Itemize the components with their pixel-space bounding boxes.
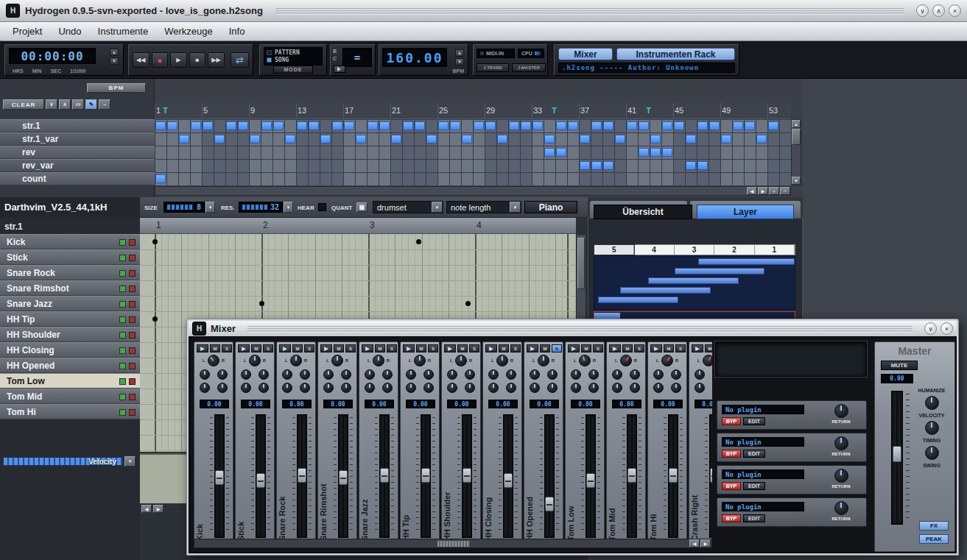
fx-bypass-button[interactable]: BYP: [722, 417, 741, 425]
song-pattern-cell[interactable]: [297, 121, 307, 130]
layer-bar[interactable]: [598, 297, 678, 303]
instrument-solo-led[interactable]: [129, 255, 136, 261]
strip-fader-handle[interactable]: [504, 473, 513, 488]
timeline-bpm-button[interactable]: BPM: [87, 83, 146, 93]
note-dot[interactable]: [465, 301, 471, 306]
instrument-mute-led[interactable]: [119, 286, 126, 292]
strip-solo-button[interactable]: S: [634, 344, 644, 352]
fx-edit-button[interactable]: EDIT: [743, 482, 765, 490]
song-mode-row[interactable]: SONG: [267, 57, 320, 63]
instrument-mute-led[interactable]: [119, 239, 126, 246]
fx-send-knob-1[interactable]: [406, 369, 416, 380]
instrument-mute-led[interactable]: [119, 332, 126, 339]
instrument-mute-led[interactable]: [119, 409, 126, 416]
strip-fader-handle[interactable]: [339, 470, 348, 485]
fx-send-knob-3[interactable]: [695, 383, 705, 393]
song-pattern-cell[interactable]: [167, 121, 177, 130]
strip-fader[interactable]: [338, 414, 348, 538]
strip-mute-button[interactable]: M: [416, 344, 426, 352]
instrument-solo-led[interactable]: [129, 347, 136, 354]
strip-fader[interactable]: [586, 414, 596, 538]
note-dot[interactable]: [259, 301, 264, 306]
jack-transport-button[interactable]: J.TRANS: [477, 63, 509, 72]
strip-mute-button[interactable]: M: [375, 344, 385, 352]
timeline-tick-label[interactable]: 1: [156, 106, 161, 115]
instrument-solo-led[interactable]: [129, 378, 136, 385]
main-titlebar[interactable]: H Hydrogen 0.9.5-svn-exported - love_is_…: [0, 0, 967, 22]
maximize-window-button[interactable]: ∧: [932, 4, 945, 17]
song-pattern-cell[interactable]: [686, 135, 696, 143]
strip-fader[interactable]: [214, 414, 225, 538]
song-pattern-cell[interactable]: [155, 121, 166, 130]
fx-send-knob-3[interactable]: [447, 383, 457, 393]
song-pattern-cell[interactable]: [591, 121, 602, 130]
shade-window-button[interactable]: ∨: [916, 4, 929, 17]
layer-velocity-area[interactable]: [594, 255, 795, 310]
strip-play-button[interactable]: ▶: [444, 344, 456, 352]
song-tool-button-0[interactable]: ∨: [46, 99, 57, 110]
strip-solo-button[interactable]: S: [387, 344, 397, 352]
menu-item-instrumente[interactable]: Instrumente: [90, 22, 157, 40]
pattern-mode-row[interactable]: PATTERN: [267, 49, 320, 56]
velocity-ruler[interactable]: Velocity: [3, 457, 123, 466]
strip-fader-handle[interactable]: [215, 470, 224, 485]
pan-knob[interactable]: [208, 355, 219, 366]
fx-send-knob-1[interactable]: [282, 369, 292, 380]
pan-knob[interactable]: [414, 355, 426, 366]
play-button[interactable]: ▶: [170, 52, 187, 68]
timeline-tick-label[interactable]: 21: [392, 106, 401, 115]
instrument-mute-led[interactable]: [119, 301, 126, 308]
fx-send-knob-2[interactable]: [423, 369, 434, 380]
pan-knob[interactable]: [249, 355, 261, 366]
strip-play-button[interactable]: ▶: [238, 344, 250, 352]
strip-play-button[interactable]: ▶: [403, 344, 415, 352]
fx-send-knob-3[interactable]: [200, 383, 210, 393]
song-pattern-cell[interactable]: [485, 121, 496, 130]
instrument-row-tom-hi[interactable]: Tom Hi: [0, 404, 140, 419]
fx-send-knob-3[interactable]: [530, 383, 540, 393]
fx-send-knob-1[interactable]: [571, 369, 581, 380]
song-pattern-cell[interactable]: [250, 135, 260, 143]
mixer-scroll-left-icon[interactable]: ◀: [689, 539, 700, 547]
song-pattern-cell[interactable]: [721, 135, 731, 143]
strip-fader-handle[interactable]: [421, 468, 430, 483]
layer-bar[interactable]: [620, 287, 710, 294]
strip-fader[interactable]: [462, 414, 472, 538]
fx-send-knob-3[interactable]: [241, 383, 251, 393]
strip-solo-button[interactable]: S: [263, 344, 273, 352]
pattern-beat-ruler[interactable]: 1234: [140, 218, 576, 234]
instrument-solo-led[interactable]: [129, 409, 136, 416]
menu-item-projekt[interactable]: Projekt: [4, 22, 50, 40]
instrument-rack-button[interactable]: Instrumenten Rack: [616, 48, 735, 60]
strip-fader-handle[interactable]: [463, 468, 471, 483]
velocity-dropdown-icon[interactable]: ▼: [124, 456, 136, 467]
song-pattern-cell[interactable]: [650, 148, 661, 157]
fx-send-knob-1[interactable]: [695, 369, 705, 380]
strip-solo-button[interactable]: S: [552, 344, 562, 352]
song-pattern-grid[interactable]: [155, 119, 791, 185]
fx-send-knob-2[interactable]: [300, 369, 310, 380]
mixer-horizontal-scrollbar[interactable]: ◀ ▶: [194, 539, 712, 548]
fx-name-display[interactable]: No plugin: [722, 469, 804, 479]
strip-solo-button[interactable]: S: [675, 344, 686, 352]
instrument-solo-led[interactable]: [129, 286, 136, 292]
strip-mute-button[interactable]: M: [705, 344, 712, 352]
fx-send-knob-2[interactable]: [382, 369, 393, 380]
record-button[interactable]: ●: [152, 52, 169, 68]
song-pattern-cell[interactable]: [662, 148, 672, 157]
bpm-up-button[interactable]: ▲: [455, 49, 464, 57]
strip-solo-button[interactable]: S: [593, 344, 603, 352]
strip-mute-button[interactable]: M: [622, 344, 633, 352]
swing-knob[interactable]: [925, 446, 939, 460]
pan-knob[interactable]: [496, 355, 508, 366]
fx-send-knob-2[interactable]: [547, 369, 558, 380]
song-pattern-cell[interactable]: [462, 135, 472, 143]
strip-fader-handle[interactable]: [298, 468, 306, 483]
song-pattern-cell[interactable]: [697, 161, 708, 170]
strip-mute-button[interactable]: M: [581, 344, 591, 352]
strip-fader[interactable]: [544, 414, 555, 538]
instrument-solo-led[interactable]: [129, 394, 136, 400]
fx-send-knob-1[interactable]: [612, 369, 622, 380]
pattern-scroll-left-icon[interactable]: ◀: [141, 505, 152, 513]
close-window-button[interactable]: ×: [949, 4, 961, 17]
